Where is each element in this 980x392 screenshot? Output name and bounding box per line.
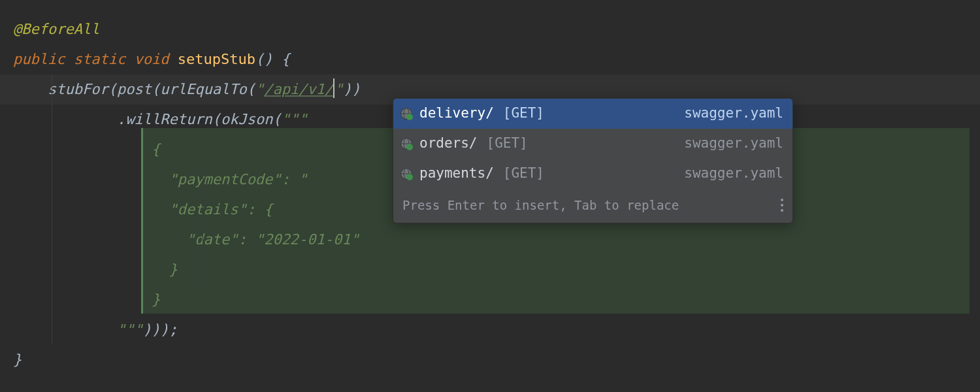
completion-file: swagger.yaml xyxy=(684,161,783,187)
code-line[interactable]: } xyxy=(0,285,980,315)
completion-name: orders/ xyxy=(419,131,478,157)
call-okJson: okJson xyxy=(221,106,272,133)
json-key: "details" xyxy=(169,196,246,223)
call-post: post xyxy=(117,76,152,103)
code-editor[interactable]: @BeforeAll public static void setupStub(… xyxy=(0,0,980,375)
json-key: "paymentCode" xyxy=(169,166,281,193)
completion-hint: Press Enter to insert, Tab to replace xyxy=(402,193,679,217)
completion-item[interactable]: payments/ [GET] swagger.yaml xyxy=(393,159,792,189)
brace-close: } xyxy=(13,346,22,374)
json-brace: { xyxy=(152,136,160,163)
endpoint-icon xyxy=(400,167,413,180)
completion-hint-row: Press Enter to insert, Tab to replace xyxy=(393,189,792,223)
string-close: " xyxy=(335,76,343,103)
code-line[interactable]: @BeforeAll xyxy=(0,14,980,44)
string-open: " xyxy=(255,76,264,103)
completion-file: swagger.yaml xyxy=(684,101,783,127)
completion-popup[interactable]: delivery/ [GET] swagger.yaml orders/ [GE… xyxy=(393,98,793,223)
call-stubFor: stubFor xyxy=(48,76,108,103)
keyword-static: static xyxy=(74,46,125,73)
code-line[interactable]: public static void setupStub() { xyxy=(0,44,980,74)
code-line[interactable]: } xyxy=(0,345,980,375)
completion-name: payments/ xyxy=(419,161,494,187)
completion-verb: [GET] xyxy=(487,131,528,157)
keyword-public: public xyxy=(13,46,65,73)
completion-name: delivery/ xyxy=(419,101,494,127)
json-brace: } xyxy=(169,256,177,284)
annotation: @BeforeAll xyxy=(13,16,99,43)
more-icon[interactable] xyxy=(781,199,785,212)
code-line[interactable]: } xyxy=(0,255,980,285)
triple-quote-open: """ xyxy=(282,106,308,133)
call-urlEqualTo: urlEqualTo xyxy=(160,76,246,103)
svg-point-14 xyxy=(406,174,413,180)
json-key: "date" xyxy=(186,226,238,253)
endpoint-icon xyxy=(400,107,413,120)
url-string: /api/v1/ xyxy=(264,76,333,103)
completion-item[interactable]: orders/ [GET] swagger.yaml xyxy=(393,129,792,159)
call-willReturn: .willReturn xyxy=(117,106,212,133)
endpoint-icon xyxy=(400,137,413,150)
completion-file: swagger.yaml xyxy=(684,131,783,157)
method-name: setupStub xyxy=(178,46,255,73)
completion-item[interactable]: delivery/ [GET] swagger.yaml xyxy=(393,99,792,129)
triple-quote-close: """ xyxy=(117,316,143,344)
punct: )) xyxy=(343,76,361,103)
completion-verb: [GET] xyxy=(503,101,544,127)
punct: () { xyxy=(255,46,290,73)
code-line[interactable]: """))); xyxy=(0,315,980,345)
completion-verb: [GET] xyxy=(503,161,544,187)
code-line[interactable]: "date": "2022-01-01" xyxy=(0,225,980,255)
json-value: "2022-01-01" xyxy=(255,226,359,253)
keyword-void: void xyxy=(134,46,169,73)
json-brace: } xyxy=(152,286,160,314)
svg-point-4 xyxy=(406,114,413,120)
punct: ))); xyxy=(143,316,178,344)
svg-point-9 xyxy=(406,144,413,150)
